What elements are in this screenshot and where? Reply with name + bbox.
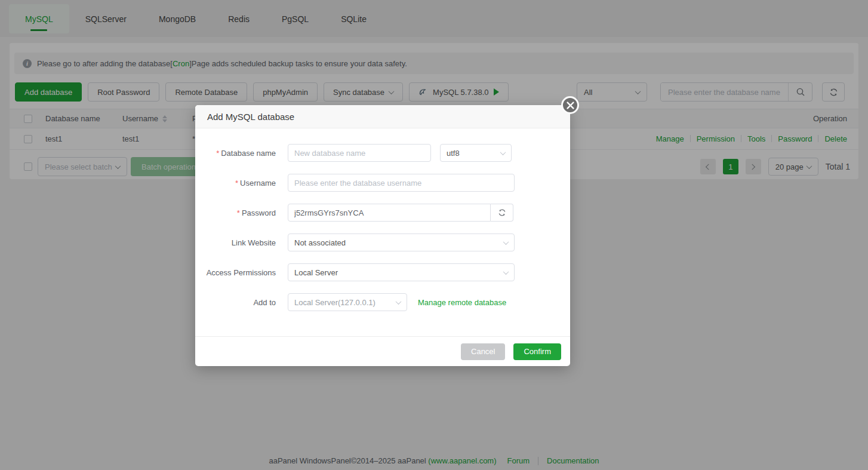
password-input[interactable] — [288, 204, 491, 222]
modal-header: Add MySQL database — [195, 105, 570, 128]
modal-footer: Cancel Confirm — [195, 336, 570, 366]
chevron-down-icon — [396, 299, 402, 305]
chevron-down-icon — [503, 239, 509, 245]
link-website-row: Link Website Not associated — [195, 234, 570, 251]
link-website-select[interactable]: Not associated — [288, 234, 515, 251]
required-asterisk: * — [235, 179, 238, 188]
password-row: *Password — [195, 204, 570, 222]
username-label: *Username — [195, 179, 276, 188]
modal-title: Add MySQL database — [207, 112, 294, 122]
charset-select[interactable]: utf8 — [440, 144, 512, 162]
cancel-button[interactable]: Cancel — [461, 343, 505, 360]
add-mysql-database-modal: Add MySQL database *Database name utf8 *… — [195, 105, 570, 366]
chevron-down-icon — [500, 149, 506, 155]
link-website-label: Link Website — [195, 238, 276, 247]
username-row: *Username — [195, 174, 570, 192]
access-permissions-row: Access Permissions Local Server — [195, 263, 570, 281]
access-permissions-select[interactable]: Local Server — [288, 263, 515, 281]
chevron-down-icon — [503, 269, 509, 275]
username-input[interactable] — [288, 174, 515, 192]
add-to-row: Add to Local Server(127.0.0.1) Manage re… — [195, 293, 570, 311]
access-permissions-label: Access Permissions — [195, 268, 276, 277]
manage-remote-database-link[interactable]: Manage remote database — [418, 298, 506, 307]
database-name-label: *Database name — [195, 149, 276, 158]
database-name-input[interactable] — [288, 144, 431, 162]
regenerate-password-button[interactable] — [491, 204, 513, 222]
required-asterisk: * — [216, 149, 219, 158]
database-name-row: *Database name utf8 — [195, 144, 570, 162]
refresh-icon — [498, 208, 506, 217]
add-to-select[interactable]: Local Server(127.0.0.1) — [288, 293, 407, 311]
required-asterisk: * — [237, 208, 240, 217]
confirm-button[interactable]: Confirm — [513, 343, 561, 360]
add-to-label: Add to — [195, 298, 276, 307]
password-group — [288, 204, 513, 222]
close-icon — [567, 102, 574, 109]
modal-close-button[interactable] — [561, 96, 579, 114]
password-label: *Password — [195, 208, 276, 217]
modal-body: *Database name utf8 *Username *Password … — [195, 128, 570, 311]
